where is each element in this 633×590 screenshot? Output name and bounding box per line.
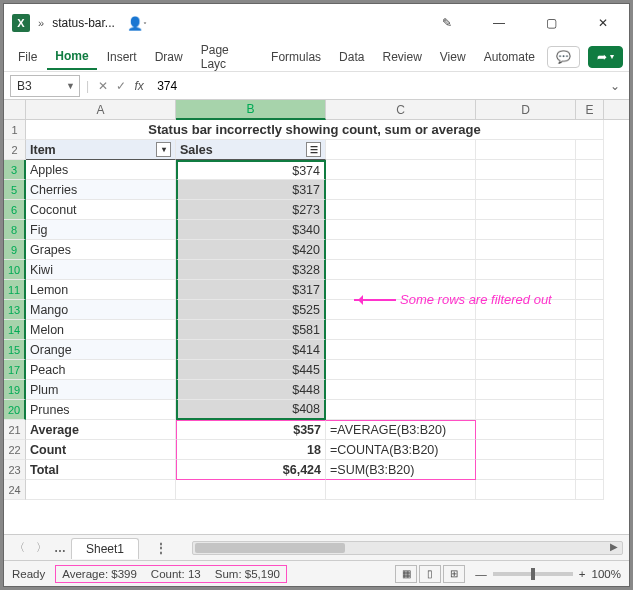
cell-item[interactable]: Peach: [26, 360, 176, 380]
zoom-in-button[interactable]: +: [579, 568, 586, 580]
cell-item[interactable]: Plum: [26, 380, 176, 400]
people-icon[interactable]: 👤˅: [127, 16, 147, 31]
tab-automate[interactable]: Automate: [476, 45, 543, 69]
enter-icon[interactable]: ✓: [113, 79, 129, 93]
cell[interactable]: [476, 360, 576, 380]
tab-insert[interactable]: Insert: [99, 45, 145, 69]
formula-input[interactable]: [153, 75, 601, 97]
scrollbar-thumb[interactable]: [195, 543, 345, 553]
cell[interactable]: [476, 140, 576, 160]
cell-value[interactable]: $357: [176, 420, 326, 440]
filter-button-item[interactable]: ▾: [156, 142, 171, 157]
cell[interactable]: [476, 240, 576, 260]
cell[interactable]: [476, 260, 576, 280]
row-header[interactable]: 10: [4, 260, 26, 280]
row-header[interactable]: 14: [4, 320, 26, 340]
filter-button-sales[interactable]: ☰: [306, 142, 321, 157]
tab-pagelayout[interactable]: Page Layc: [193, 38, 261, 76]
cancel-icon[interactable]: ✕: [95, 79, 111, 93]
cell[interactable]: [326, 160, 476, 180]
cell-formula[interactable]: =COUNTA(B3:B20): [326, 440, 476, 460]
tab-review[interactable]: Review: [374, 45, 429, 69]
cell[interactable]: [576, 320, 604, 340]
row-header[interactable]: 11: [4, 280, 26, 300]
cell-sales[interactable]: $273: [176, 200, 326, 220]
cell[interactable]: [476, 200, 576, 220]
zoom-level[interactable]: 100%: [592, 568, 621, 580]
cell-item[interactable]: Prunes: [26, 400, 176, 420]
cell[interactable]: [576, 460, 604, 480]
cell-label[interactable]: Average: [26, 420, 176, 440]
cell-item[interactable]: Grapes: [26, 240, 176, 260]
comments-button[interactable]: 💬: [547, 46, 580, 68]
cell-sales[interactable]: $581: [176, 320, 326, 340]
name-box[interactable]: B3 ▼: [10, 75, 80, 97]
sheet-nav-next[interactable]: 〉: [32, 540, 50, 555]
col-header-e[interactable]: E: [576, 100, 604, 119]
cell[interactable]: [326, 140, 476, 160]
cell-item[interactable]: Kiwi: [26, 260, 176, 280]
close-button[interactable]: ✕: [581, 9, 625, 37]
title-cell[interactable]: Status bar incorrectly showing count, su…: [26, 120, 604, 140]
cell[interactable]: [576, 340, 604, 360]
pen-icon[interactable]: ✎: [425, 9, 469, 37]
cell-sales[interactable]: $374: [176, 160, 326, 180]
cell-sales[interactable]: $414: [176, 340, 326, 360]
sheet-all-icon[interactable]: …: [54, 541, 67, 555]
expand-formula-bar-icon[interactable]: ⌄: [607, 79, 623, 93]
cell[interactable]: [326, 240, 476, 260]
row-header[interactable]: 21: [4, 420, 26, 440]
chevron-icon[interactable]: »: [38, 17, 44, 29]
maximize-button[interactable]: ▢: [529, 9, 573, 37]
cell-value[interactable]: 18: [176, 440, 326, 460]
fx-icon[interactable]: fx: [131, 79, 147, 93]
tab-home[interactable]: Home: [47, 44, 96, 70]
chevron-down-icon[interactable]: ▼: [66, 81, 75, 91]
cell-sales[interactable]: $420: [176, 240, 326, 260]
cell[interactable]: [326, 400, 476, 420]
cell-sales[interactable]: $328: [176, 260, 326, 280]
col-header-b[interactable]: B: [176, 100, 326, 120]
cell-item[interactable]: Fig: [26, 220, 176, 240]
cell[interactable]: [476, 440, 576, 460]
cell[interactable]: [576, 420, 604, 440]
cell-value[interactable]: $6,424: [176, 460, 326, 480]
cell-item[interactable]: Coconut: [26, 200, 176, 220]
cell[interactable]: [326, 200, 476, 220]
select-all-corner[interactable]: [4, 100, 26, 119]
cell-item[interactable]: Melon: [26, 320, 176, 340]
cell[interactable]: [326, 220, 476, 240]
cell[interactable]: [326, 280, 476, 300]
cell[interactable]: [476, 460, 576, 480]
cell-item[interactable]: Orange: [26, 340, 176, 360]
cell[interactable]: [476, 180, 576, 200]
cell[interactable]: [326, 180, 476, 200]
cell[interactable]: [476, 340, 576, 360]
row-header[interactable]: 17: [4, 360, 26, 380]
cell[interactable]: [476, 300, 576, 320]
cell[interactable]: [326, 340, 476, 360]
header-sales[interactable]: Sales ☰: [176, 140, 326, 160]
row-header[interactable]: 2: [4, 140, 26, 160]
cell[interactable]: [576, 360, 604, 380]
view-pagelayout-icon[interactable]: ▯: [419, 565, 441, 583]
cell-sales[interactable]: $317: [176, 180, 326, 200]
cell-sales[interactable]: $525: [176, 300, 326, 320]
cell[interactable]: [576, 400, 604, 420]
sheet-menu-icon[interactable]: ⋮: [155, 541, 168, 555]
row-header[interactable]: 13: [4, 300, 26, 320]
cell[interactable]: [326, 260, 476, 280]
tab-view[interactable]: View: [432, 45, 474, 69]
cell-formula[interactable]: =AVERAGE(B3:B20): [326, 420, 476, 440]
sheet-nav-prev[interactable]: 〈: [10, 540, 28, 555]
cell-sales[interactable]: $340: [176, 220, 326, 240]
view-pagebreak-icon[interactable]: ⊞: [443, 565, 465, 583]
cell-item[interactable]: Cherries: [26, 180, 176, 200]
row-header[interactable]: 19: [4, 380, 26, 400]
zoom-slider[interactable]: [493, 572, 573, 576]
cell[interactable]: [576, 480, 604, 500]
row-header[interactable]: 1: [4, 120, 26, 140]
tab-file[interactable]: File: [10, 45, 45, 69]
cell[interactable]: [576, 300, 604, 320]
cell-formula[interactable]: =SUM(B3:B20): [326, 460, 476, 480]
